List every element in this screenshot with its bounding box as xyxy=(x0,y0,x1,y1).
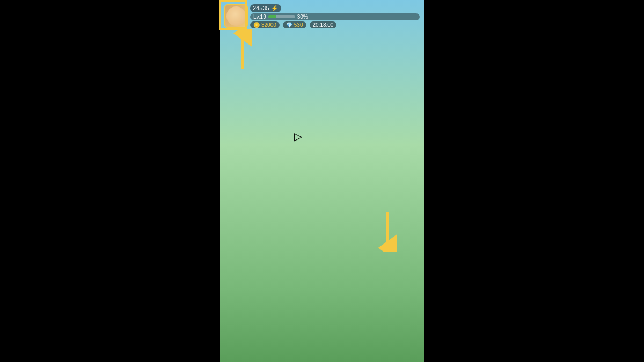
game-area: 24535 ⚡ Lv.19 30% 🪙 32000 💎 530 xyxy=(220,0,424,362)
bp-value: 24535 xyxy=(253,5,269,11)
gold-icon: 🪙 xyxy=(253,22,260,28)
gems-badge: 💎 530 xyxy=(283,21,306,28)
gems-value: 530 xyxy=(294,22,303,28)
xp-percent: 30% xyxy=(297,14,308,20)
xp-fill xyxy=(268,15,276,18)
player-info: 24535 ⚡ Lv.19 30% 🪙 32000 💎 530 xyxy=(250,4,420,28)
gold-value: 32000 xyxy=(261,22,276,28)
bp-icon: ⚡ xyxy=(271,5,279,12)
top-hud: 24535 ⚡ Lv.19 30% 🪙 32000 💎 530 xyxy=(220,0,424,32)
bp-badge: 24535 ⚡ xyxy=(250,4,281,12)
left-black-bar xyxy=(0,0,220,362)
right-black-bar xyxy=(424,0,644,362)
currency-row: 🪙 32000 💎 530 20:18:00 xyxy=(250,21,420,28)
time-badge: 20:18:00 xyxy=(310,21,337,28)
avatar-face xyxy=(226,6,246,26)
time-value: 20:18:00 xyxy=(313,22,334,28)
level-bar: Lv.19 30% xyxy=(250,13,420,20)
stats-row: 24535 ⚡ xyxy=(250,4,420,12)
gems-icon: 💎 xyxy=(286,22,292,28)
gold-badge: 🪙 32000 xyxy=(250,21,280,28)
level-text: Lv.19 xyxy=(253,14,266,20)
player-avatar[interactable] xyxy=(224,4,248,28)
xp-bar xyxy=(268,15,295,18)
